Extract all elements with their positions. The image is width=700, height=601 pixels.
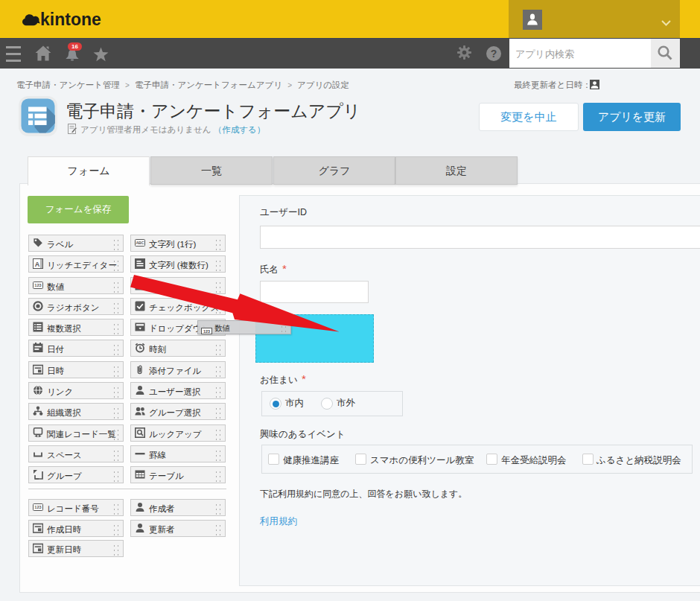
svg-text:ABC: ABC xyxy=(136,241,144,245)
svg-text:123: 123 xyxy=(203,329,210,334)
svg-text:A: A xyxy=(35,261,40,268)
svg-text:123: 123 xyxy=(34,283,41,287)
svg-text:123: 123 xyxy=(34,505,41,509)
